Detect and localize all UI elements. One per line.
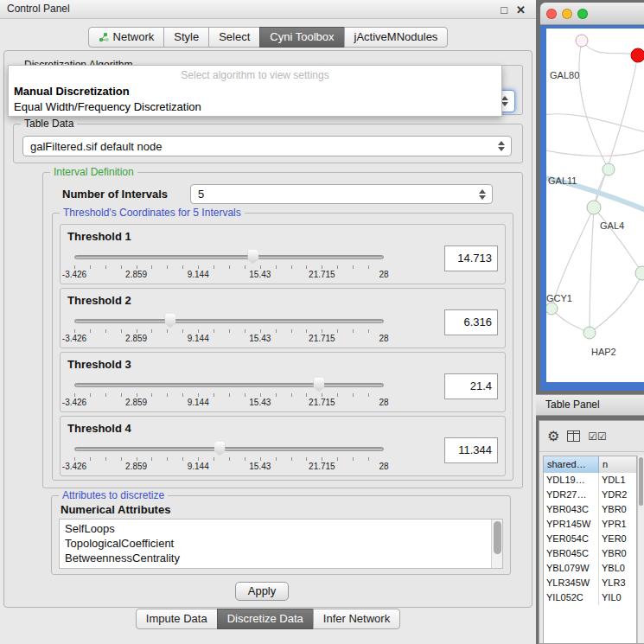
number-of-intervals-select[interactable]: 5: [190, 184, 493, 204]
threshold-3-slider-thumb[interactable]: [313, 378, 324, 392]
columns-icon[interactable]: [567, 430, 580, 442]
tab-impute-data[interactable]: Impute Data: [136, 609, 218, 629]
node-gcy1[interactable]: [546, 303, 558, 315]
threshold-3-value-field[interactable]: 21.4: [444, 373, 498, 399]
cell-shared-name[interactable]: YDR27…: [544, 488, 599, 502]
cell-name[interactable]: YER0: [599, 532, 636, 546]
tab-style[interactable]: Style: [163, 27, 209, 48]
threshold-4-slider[interactable]: [74, 441, 384, 456]
threshold-1-value-field[interactable]: 14.713: [444, 245, 498, 271]
tick-label: 2.859: [125, 334, 147, 343]
cell-name[interactable]: YBR0: [599, 502, 636, 517]
tab-cyni-toolbox[interactable]: Cyni Toolbox: [259, 27, 344, 48]
tab-label: Impute Data: [146, 612, 207, 625]
column-header-shared-name[interactable]: shared…: [544, 456, 599, 473]
table-scrollbar[interactable]: [637, 456, 644, 643]
table-data-select[interactable]: galFiltered.sif default node: [22, 136, 512, 156]
control-panel: Control Panel □ ✕ Network Style Select C…: [0, 0, 536, 644]
attribute-item-selfloops[interactable]: SelfLoops: [60, 521, 502, 536]
app-root: Control Panel □ ✕ Network Style Select C…: [0, 0, 644, 644]
tab-jactivemodules[interactable]: jActiveMNodules: [344, 27, 449, 48]
node-hap2[interactable]: [583, 327, 596, 339]
network-icon: [99, 32, 109, 42]
numerical-attributes-list: SelfLoops TopologicalCoefficient Between…: [59, 519, 503, 569]
network-canvas[interactable]: GAL80 GAL11 GAL4 GCY1 HAP2: [546, 29, 644, 382]
cell-shared-name[interactable]: YER054C: [544, 532, 599, 546]
cell-shared-name[interactable]: YBR045C: [544, 546, 599, 561]
cell-shared-name[interactable]: YBR043C: [544, 502, 599, 517]
table-row[interactable]: YDR27…YDR2: [544, 488, 636, 502]
node-green-1[interactable]: [603, 163, 615, 175]
node-selected-red[interactable]: [631, 48, 644, 62]
scrollbar-thumb[interactable]: [494, 521, 501, 554]
cell-name[interactable]: YIL0: [599, 590, 636, 605]
cell-name[interactable]: YLR3: [599, 576, 636, 590]
threshold-4-slider-thumb[interactable]: [214, 442, 226, 456]
cell-shared-name[interactable]: YBL079W: [544, 561, 599, 576]
slider-track[interactable]: [74, 255, 384, 259]
tick-label: 15.43: [249, 398, 271, 407]
table-row[interactable]: YBR043CYBR0: [544, 502, 636, 517]
tab-network[interactable]: Network: [88, 27, 165, 48]
close-panel-button[interactable]: ✕: [516, 1, 526, 19]
table-row[interactable]: YBL079WYBL0: [544, 561, 636, 576]
tick-label: 28: [379, 334, 388, 343]
tick-label: 2.859: [125, 462, 147, 471]
gear-icon[interactable]: ⚙: [547, 430, 559, 443]
threshold-1-slider-thumb[interactable]: [247, 250, 258, 264]
threshold-2-slider[interactable]: [74, 313, 384, 328]
node-gal80[interactable]: [576, 35, 588, 47]
tab-label: Discretize Data: [227, 612, 303, 625]
table-row[interactable]: YER054CYER0: [544, 532, 636, 546]
combo-arrows-icon: [498, 141, 505, 151]
close-window-button[interactable]: [546, 9, 557, 19]
tab-label: Infer Network: [323, 612, 390, 625]
threshold-1-slider[interactable]: [74, 249, 384, 265]
node-gal4[interactable]: [587, 201, 601, 214]
tab-select[interactable]: Select: [208, 27, 260, 48]
threshold-2-value-field[interactable]: 6.316: [444, 309, 498, 335]
slider-track[interactable]: [74, 319, 384, 323]
table-row[interactable]: YBR045CYBR0: [544, 546, 636, 561]
threshold-4-value-field[interactable]: 11.344: [444, 437, 498, 463]
list-scrollbar[interactable]: [491, 520, 502, 568]
float-window-button[interactable]: □: [501, 1, 507, 19]
threshold-3-slider[interactable]: [74, 377, 384, 392]
cell-name[interactable]: YPR1: [599, 517, 636, 532]
tab-infer-network[interactable]: Infer Network: [313, 609, 400, 629]
tab-discretize-data[interactable]: Discretize Data: [217, 609, 314, 629]
cell-shared-name[interactable]: YPR145W: [544, 517, 599, 532]
attribute-item-betweennesscentrality[interactable]: BetweennessCentrality: [60, 551, 502, 565]
threshold-2-slider-thumb[interactable]: [164, 314, 175, 328]
cell-shared-name[interactable]: YLR345W: [544, 576, 599, 590]
cell-shared-name[interactable]: YDL19…: [544, 473, 599, 488]
apply-button[interactable]: Apply: [235, 582, 289, 601]
slider-track[interactable]: [74, 383, 384, 387]
table-row[interactable]: YDL19…YDL1: [544, 473, 636, 488]
cell-name[interactable]: YBR0: [599, 546, 636, 561]
scrollbar-thumb[interactable]: [639, 457, 643, 506]
zoom-window-button[interactable]: [577, 9, 588, 19]
top-tab-bar: Network Style Select Cyni Toolbox jActiv…: [0, 27, 536, 48]
node-green-2[interactable]: [635, 266, 644, 280]
attribute-item-topologicalcoefficient[interactable]: TopologicalCoefficient: [60, 536, 502, 551]
cyni-toolbox-panel: Discretization Algorithm Select algorith…: [3, 50, 532, 608]
numerical-attributes-label: Numerical Attributes: [61, 503, 170, 516]
threshold-2-label: Threshold 2: [67, 294, 131, 307]
number-of-intervals-value: 5: [198, 188, 204, 201]
table-panel-titlebar: Table Panel: [536, 394, 644, 416]
dropdown-option-manual-discretization[interactable]: Manual Discretization: [14, 85, 496, 98]
dropdown-option-equal-width-frequency[interactable]: Equal Width/Frequency Discretization: [14, 100, 496, 113]
column-header-name[interactable]: n: [599, 456, 636, 473]
table-row[interactable]: YLR345WYLR3: [544, 576, 636, 590]
minimize-window-button[interactable]: [562, 9, 572, 19]
cell-name[interactable]: YDR2: [599, 488, 636, 502]
cell-name[interactable]: YDL1: [599, 473, 636, 488]
combo-arrows-icon: [501, 96, 508, 106]
table-row[interactable]: YPR145WYPR1: [544, 517, 636, 532]
table-row[interactable]: YIL052CYIL0: [544, 590, 636, 605]
cell-shared-name[interactable]: YIL052C: [544, 590, 599, 605]
slider-track[interactable]: [74, 447, 384, 451]
cell-name[interactable]: YBL0: [599, 561, 636, 576]
checkbox-select-icon[interactable]: ☑☑: [588, 431, 607, 442]
